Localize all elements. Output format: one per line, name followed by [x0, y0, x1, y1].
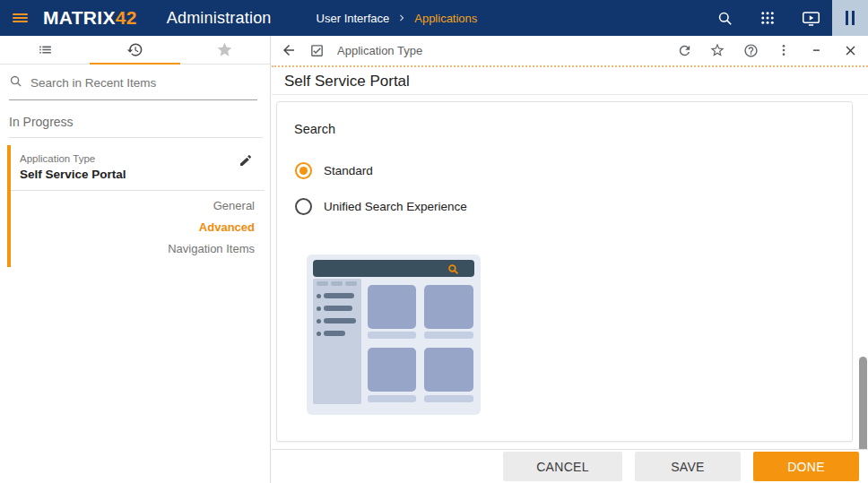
radio-label: Unified Search Experience [324, 200, 467, 213]
video-tutorials-icon[interactable] [789, 0, 832, 36]
in-progress-section-title: In Progress [9, 115, 263, 138]
matrix42-logo: MATRIX42 [43, 7, 137, 29]
radio-button-icon[interactable] [295, 162, 312, 179]
top-navigation-bar: MATRIX42 Administration User Interface A… [0, 0, 868, 36]
app-window: MATRIX42 Administration User Interface A… [0, 0, 868, 483]
illustration-header-bar [313, 260, 474, 277]
hamburger-menu-icon[interactable] [0, 0, 39, 36]
sidebar-item-advanced[interactable]: Advanced [11, 217, 255, 238]
search-input[interactable] [30, 76, 257, 90]
illustration-tile-caption [424, 332, 473, 339]
application-type-checkbox-icon [308, 42, 325, 58]
radio-standard[interactable]: Standard [295, 161, 373, 179]
illustration-tile-caption [368, 395, 416, 402]
sidebar-item-navigation-items[interactable]: Navigation Items [11, 238, 255, 260]
save-button[interactable]: SAVE [635, 452, 741, 481]
pause-session-icon[interactable] [832, 0, 868, 36]
edit-pencil-icon[interactable] [238, 152, 254, 168]
sidebar: In Progress Application Type Self Servic… [0, 36, 271, 483]
sidebar-tabs [0, 36, 270, 65]
radio-button-icon[interactable] [295, 198, 312, 215]
radio-label: Standard [324, 164, 373, 177]
favorite-star-icon[interactable] [709, 42, 725, 58]
main-panel: Application Type [272, 36, 868, 483]
sidebar-item-general[interactable]: General [11, 195, 255, 217]
dialog-title: Application Type [337, 44, 422, 57]
recent-items-search [9, 74, 257, 100]
breadcrumb: User Interface Applications [317, 12, 478, 25]
more-options-icon[interactable] [776, 42, 792, 58]
form-content: Search Standard Unified Search Experienc… [272, 95, 868, 449]
chevron-right-icon [395, 12, 408, 24]
search-section-label: Search [294, 122, 335, 136]
item-type-label: Application Type [20, 153, 252, 164]
breadcrumb-current[interactable]: Applications [414, 12, 477, 25]
illustration-tile [368, 348, 416, 392]
illustration-tile [368, 285, 416, 329]
page-title: Self Service Portal [272, 68, 868, 95]
tab-recent-history[interactable] [90, 36, 179, 64]
close-icon[interactable] [842, 42, 858, 58]
search-icon[interactable] [703, 0, 746, 36]
illustration-sidebar [313, 279, 361, 404]
dialog-header: Application Type [272, 36, 868, 65]
illustration-tile [424, 285, 473, 329]
in-progress-item-header[interactable]: Application Type Self Service Portal [11, 145, 265, 191]
app-title: Administration [167, 9, 272, 28]
illustration-tile-caption [368, 332, 416, 339]
dialog-footer: CANCEL SAVE DONE [272, 449, 868, 483]
minimize-icon[interactable] [809, 42, 825, 58]
apps-grid-icon[interactable] [746, 0, 789, 36]
done-button[interactable]: DONE [753, 452, 859, 481]
item-section-nav: General Advanced Navigation Items [11, 191, 265, 267]
refresh-icon[interactable] [676, 42, 692, 58]
cancel-button[interactable]: CANCEL [503, 452, 622, 481]
item-name: Self Service Portal [20, 168, 252, 181]
breadcrumb-parent[interactable]: User Interface [317, 12, 390, 25]
in-progress-item: Application Type Self Service Portal Gen… [7, 145, 265, 267]
back-arrow-icon[interactable] [281, 42, 297, 58]
tab-navigation-list[interactable] [0, 36, 90, 64]
search-icon [9, 74, 22, 91]
help-icon[interactable] [742, 42, 759, 58]
topbar-actions [703, 0, 868, 36]
tab-favorites[interactable] [180, 36, 270, 64]
illustration-tile [424, 348, 473, 392]
standard-search-preview-illustration [307, 254, 481, 415]
search-settings-card: Search Standard Unified Search Experienc… [276, 101, 853, 442]
radio-unified-search-experience[interactable]: Unified Search Experience [295, 197, 467, 215]
illustration-tile-caption [424, 395, 473, 402]
illustration-search-icon [447, 263, 459, 279]
